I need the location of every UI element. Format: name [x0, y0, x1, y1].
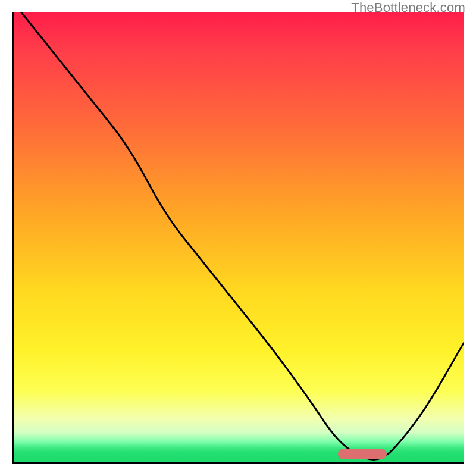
watermark-text: TheBottleneck.com — [351, 0, 465, 15]
gradient-plot-area — [12, 12, 464, 464]
chart-container: TheBottleneck.com — [0, 0, 476, 476]
